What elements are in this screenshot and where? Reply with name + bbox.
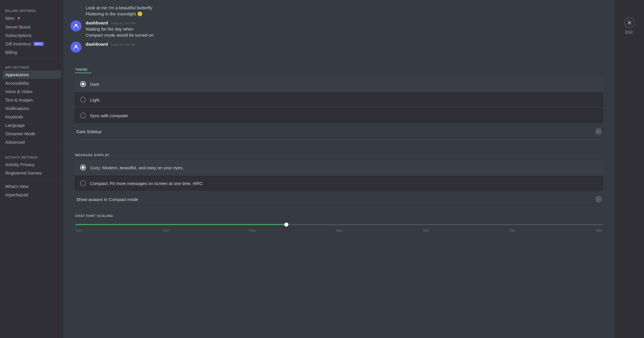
- theme-sync-label: Sync with computer: [90, 113, 128, 118]
- scale-tick-14: 14px: [163, 229, 170, 232]
- sidebar-divider-2: [5, 149, 58, 149]
- scale-tick-24: 24px: [596, 229, 603, 232]
- sidebar-item-gift-inventory[interactable]: Gift Inventory BETA: [2, 40, 61, 48]
- sidebar-item-nitro[interactable]: Nitro ✦: [2, 14, 61, 23]
- message-compact-label: Compact: Fit more messages on screen at …: [90, 181, 203, 186]
- sidebar-item-subscriptions[interactable]: Subscriptions: [2, 31, 61, 40]
- nitro-icon: ✦: [17, 15, 21, 21]
- esc-container: ESC: [615, 0, 644, 338]
- dark-sidebar-label: Dark Sidebar: [76, 129, 102, 134]
- scale-tick-18: 18px: [422, 229, 429, 232]
- sidebar-item-voice-video[interactable]: Voice & Video: [2, 87, 61, 96]
- avatar-dashboard-2: [70, 42, 82, 53]
- message-cozy-label: Cozy: Modern, beautiful, and easy on you…: [90, 165, 184, 170]
- message-username-2: dashboard: [86, 20, 108, 25]
- theme-option-light[interactable]: Light: [75, 92, 603, 107]
- font-scale-label: CHAT FONT SCALING: [75, 214, 603, 218]
- message-display-section: MESSAGE DISPLAY Cozy: Modern, beautiful,…: [63, 146, 615, 214]
- scale-tick-12: 12px: [76, 229, 83, 232]
- scale-tick-16: 16px: [336, 229, 343, 232]
- scale-track[interactable]: [75, 224, 603, 225]
- scale-tick-15: 15px: [249, 229, 256, 232]
- sidebar-divider-3: [5, 179, 58, 180]
- theme-section-label: THEME: [75, 68, 603, 73]
- main-container: Look at me I'm a beautiful butterfly Flu…: [63, 0, 644, 338]
- dark-sidebar-toggle[interactable]: [595, 128, 602, 135]
- theme-section: THEME Dark Light Sync with computer Dark…: [63, 61, 615, 146]
- sidebar-divider-1: [5, 59, 58, 59]
- chat-message-1: Look at me I'm a beautiful butterfly Flu…: [70, 5, 608, 17]
- sidebar-item-label: Gift Inventory: [5, 41, 31, 46]
- sidebar: BILLING SETTINGS Nitro ✦ Server Boost Su…: [0, 0, 63, 338]
- sidebar-item-label: Registered Games: [5, 170, 42, 175]
- sidebar-item-activity-privacy[interactable]: Activity Privacy: [2, 160, 61, 169]
- sidebar-item-text-images[interactable]: Text & Images: [2, 96, 61, 104]
- message-timestamp-3: Today at 2:41 PM: [110, 43, 135, 46]
- chat-preview: Look at me I'm a beautiful butterfly Flu…: [63, 0, 615, 61]
- sidebar-item-hypesquad[interactable]: HypeSquad: [2, 191, 61, 199]
- beta-badge: BETA: [33, 42, 44, 46]
- message-header-3: dashboard Today at 2:41 PM: [86, 42, 135, 47]
- sidebar-item-label: Notifications: [5, 106, 29, 111]
- sidebar-item-label: HypeSquad: [5, 192, 28, 197]
- message-header-2: dashboard Today at 2:41 PM: [86, 20, 153, 25]
- sidebar-item-label: Subscriptions: [5, 33, 31, 38]
- scale-fill: [75, 224, 286, 225]
- sidebar-item-registered-games[interactable]: Registered Games: [2, 169, 61, 177]
- message-content-1: Look at me I'm a beautiful butterfly Flu…: [86, 5, 152, 17]
- message-option-compact[interactable]: Compact: Fit more messages on screen at …: [75, 176, 603, 191]
- sidebar-item-label: Language: [5, 123, 25, 128]
- radio-cozy-circle: [80, 165, 86, 170]
- font-scale-section: CHAT FONT SCALING 12px 14px 15px 16px 18…: [63, 214, 615, 239]
- sidebar-item-notifications[interactable]: Notifications: [2, 104, 61, 113]
- message-text-1a: Look at me I'm a beautiful butterfly: [86, 5, 152, 11]
- sidebar-item-label: Text & Images: [5, 97, 33, 102]
- sidebar-item-keybinds[interactable]: Keybinds: [2, 113, 61, 121]
- message-display-label: MESSAGE DISPLAY: [75, 153, 603, 157]
- chat-message-3: dashboard Today at 2:41 PM: [70, 42, 608, 53]
- radio-sync-circle: [80, 113, 86, 118]
- sidebar-item-label: Activity Privacy: [5, 162, 35, 167]
- app-section-title: APP SETTINGS: [2, 61, 61, 70]
- sidebar-item-label: Server Boost: [5, 24, 31, 29]
- theme-dark-label: Dark: [90, 82, 99, 87]
- show-avatars-row: Show avatars in Compact mode: [75, 192, 603, 207]
- scale-tick-row: 12px 14px 15px 16px 18px 20px 24px: [75, 229, 603, 232]
- sidebar-item-whats-new[interactable]: What's New: [2, 182, 61, 191]
- message-text-2b: Compact mode would be turned on: [86, 32, 153, 38]
- sidebar-item-label: What's New: [5, 184, 29, 189]
- sidebar-item-advanced[interactable]: Advanced: [2, 138, 61, 146]
- sidebar-item-label: Keybinds: [5, 114, 23, 119]
- radio-light-circle: [80, 97, 86, 103]
- esc-button[interactable]: [624, 17, 635, 28]
- billing-section-title: BILLING SETTINGS: [2, 5, 61, 14]
- sidebar-item-appearance[interactable]: Appearance: [2, 70, 61, 79]
- sidebar-item-label: Appearance: [5, 72, 29, 77]
- show-avatars-toggle[interactable]: [595, 196, 602, 203]
- sidebar-item-language[interactable]: Language: [2, 121, 61, 129]
- sidebar-item-streamer-mode[interactable]: Streamer Mode: [2, 129, 61, 138]
- message-text-1b: Fluttering in the moonlight 🙂: [86, 11, 152, 17]
- message-text-2a: Waiting for the day when: [86, 26, 153, 32]
- chat-message-2: dashboard Today at 2:41 PM Waiting for t…: [70, 20, 608, 38]
- settings-content: Look at me I'm a beautiful butterfly Flu…: [63, 0, 615, 338]
- activity-section-title: ACTIVITY SETTINGS: [2, 151, 61, 160]
- theme-light-label: Light: [90, 97, 100, 102]
- sidebar-item-label: Accessibility: [5, 81, 29, 86]
- message-content-2: dashboard Today at 2:41 PM Waiting for t…: [86, 20, 153, 38]
- dark-sidebar-row: Dark Sidebar: [75, 124, 603, 139]
- sidebar-item-label: Advanced: [5, 140, 25, 145]
- sidebar-item-billing[interactable]: Billing: [2, 48, 61, 56]
- theme-option-dark[interactable]: Dark: [75, 77, 603, 91]
- message-content-3: dashboard Today at 2:41 PM: [86, 42, 135, 47]
- scale-thumb[interactable]: [284, 223, 288, 227]
- show-avatars-label: Show avatars in Compact mode: [76, 197, 138, 202]
- theme-option-sync[interactable]: Sync with computer: [75, 108, 603, 123]
- scale-track-container[interactable]: [75, 222, 603, 227]
- message-option-cozy[interactable]: Cozy: Modern, beautiful, and easy on you…: [75, 160, 603, 175]
- sidebar-item-label: Streamer Mode: [5, 131, 35, 136]
- sidebar-item-label: Voice & Video: [5, 89, 32, 94]
- message-username-3: dashboard: [86, 42, 108, 47]
- sidebar-item-server-boost[interactable]: Server Boost: [2, 23, 61, 31]
- sidebar-item-accessibility[interactable]: Accessibility: [2, 79, 61, 87]
